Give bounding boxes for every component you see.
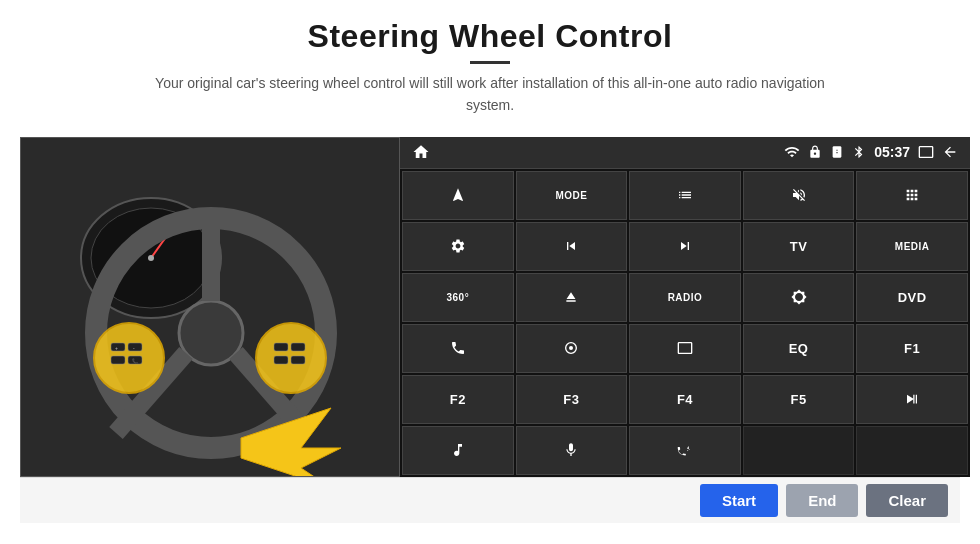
ctrl-btn-f1[interactable]: F1: [856, 324, 968, 373]
ctrl-btn-radio[interactable]: RADIO: [629, 273, 741, 322]
ctrl-btn-f3[interactable]: F3: [516, 375, 628, 424]
sim-icon: [830, 145, 844, 159]
page-container: Steering Wheel Control Your original car…: [0, 0, 980, 544]
steering-wheel-svg: + - 📞: [21, 138, 400, 477]
ctrl-btn-mode[interactable]: MODE: [516, 171, 628, 220]
ctrl-btn-brightness[interactable]: [743, 273, 855, 322]
bluetooth-icon: [852, 145, 866, 159]
steering-wheel-image: + - 📞: [20, 137, 400, 477]
bottom-bar: Start End Clear: [20, 477, 960, 523]
back-icon: [942, 144, 958, 160]
ctrl-btn-mute[interactable]: [743, 171, 855, 220]
ctrl-btn-tv[interactable]: TV: [743, 222, 855, 271]
home-icon: [412, 143, 430, 161]
ctrl-btn-media[interactable]: MEDIA: [856, 222, 968, 271]
wifi-icon: [784, 144, 800, 160]
svg-text:📞: 📞: [132, 358, 139, 365]
ctrl-btn-music[interactable]: [402, 426, 514, 475]
button-grid: MODETVMEDIA360°RADIODVDEQF1F2F3F4F5: [400, 169, 970, 477]
ctrl-btn-dvd[interactable]: DVD: [856, 273, 968, 322]
status-icons: 05:37: [784, 144, 958, 160]
ctrl-btn-window[interactable]: [629, 324, 741, 373]
clear-button[interactable]: Clear: [866, 484, 948, 517]
ctrl-btn-eject[interactable]: [516, 273, 628, 322]
ctrl-btn-f5[interactable]: F5: [743, 375, 855, 424]
lock-icon: [808, 145, 822, 159]
svg-rect-12: [111, 343, 125, 351]
ctrl-btn-apps[interactable]: [856, 171, 968, 220]
ctrl-btn-f4[interactable]: F4: [629, 375, 741, 424]
svg-point-25: [569, 346, 573, 350]
end-button[interactable]: End: [786, 484, 858, 517]
steering-bg: + - 📞: [21, 138, 399, 476]
ctrl-btn-volphone[interactable]: [629, 426, 741, 475]
ctrl-btn-nav[interactable]: [402, 171, 514, 220]
ctrl-btn-phone[interactable]: [402, 324, 514, 373]
title-section: Steering Wheel Control Your original car…: [140, 18, 840, 117]
svg-rect-14: [111, 356, 125, 364]
svg-rect-13: [128, 343, 142, 351]
svg-rect-19: [274, 343, 288, 351]
ctrl-btn-empty1[interactable]: [743, 426, 855, 475]
control-panel: 05:37 MODETVMEDIA360°RADIODVDEQF1F2F3F4F…: [400, 137, 970, 477]
ctrl-btn-mic[interactable]: [516, 426, 628, 475]
ctrl-btn-f2[interactable]: F2: [402, 375, 514, 424]
ctrl-btn-360[interactable]: 360°: [402, 273, 514, 322]
title-divider: [470, 61, 510, 64]
svg-rect-20: [291, 343, 305, 351]
ctrl-btn-eq[interactable]: EQ: [743, 324, 855, 373]
ctrl-btn-settings[interactable]: [402, 222, 514, 271]
ctrl-btn-next[interactable]: [629, 222, 741, 271]
subtitle: Your original car's steering wheel contr…: [140, 72, 840, 117]
ctrl-btn-empty2[interactable]: [856, 426, 968, 475]
content-area: + - 📞: [20, 137, 960, 477]
svg-rect-21: [274, 356, 288, 364]
ctrl-btn-menu[interactable]: [516, 324, 628, 373]
ctrl-btn-prev[interactable]: [516, 222, 628, 271]
360-icon: 360°: [446, 292, 469, 303]
status-time: 05:37: [874, 144, 910, 160]
status-bar: 05:37: [400, 137, 970, 169]
start-button[interactable]: Start: [700, 484, 778, 517]
status-left: [412, 143, 430, 161]
svg-text:+: +: [115, 345, 118, 351]
ctrl-btn-playpause[interactable]: [856, 375, 968, 424]
page-title: Steering Wheel Control: [140, 18, 840, 55]
svg-point-4: [148, 255, 154, 261]
screen-icon: [918, 144, 934, 160]
ctrl-btn-list[interactable]: [629, 171, 741, 220]
svg-rect-22: [291, 356, 305, 364]
